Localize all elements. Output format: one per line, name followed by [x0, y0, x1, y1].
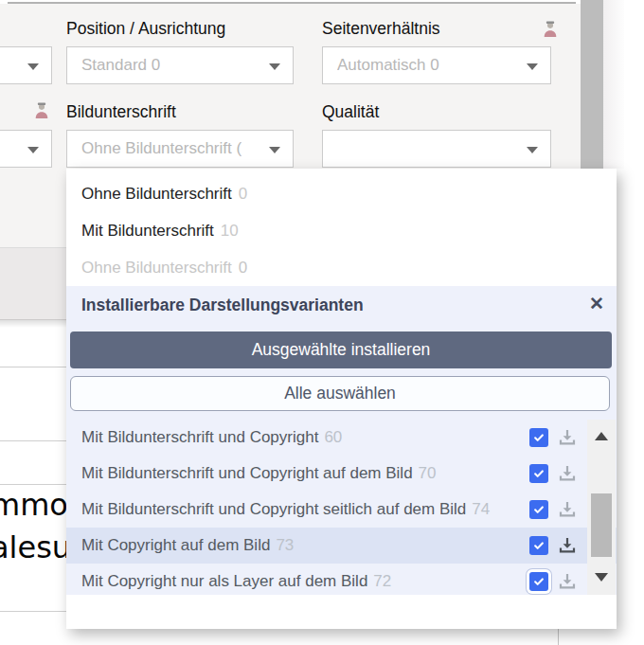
bildunterschrift-dropdown-panel: Ohne Bildunterschrift 0 Mit Bilduntersch…	[66, 169, 617, 629]
variant-count: 70	[419, 464, 437, 482]
bildunterschrift-select-value: Ohne Bildunterschrift (	[81, 139, 242, 158]
installer-section: Installierbare Darstellungsvarianten ✕ A…	[66, 286, 617, 595]
checkbox-checked[interactable]	[529, 428, 548, 447]
background-divider	[0, 484, 66, 485]
background-divider	[0, 611, 66, 612]
option-count: 0	[239, 185, 247, 204]
variant-label: Mit Copyright nur als Layer auf dem Bild	[81, 572, 367, 590]
option-label: Ohne Bildunterschrift	[81, 185, 232, 204]
select-all-button[interactable]: Alle auswählen	[70, 376, 610, 411]
background-text-fragment: mmo	[0, 487, 68, 523]
variant-row[interactable]: Mit Bildunterschrift und Copyright seitl…	[66, 492, 617, 528]
checkbox-checked[interactable]	[529, 536, 548, 555]
checkbox-checked[interactable]	[529, 464, 548, 483]
bildunterschrift-select[interactable]: Ohne Bildunterschrift (	[66, 130, 294, 168]
close-icon[interactable]: ✕	[589, 293, 604, 314]
variant-label: Mit Bildunterschrift und Copyright	[81, 428, 318, 446]
seitenverhaeltnis-select-value: Automatisch 0	[337, 56, 439, 75]
variant-list: Mit Bildunterschrift und Copyright60 Mit…	[66, 420, 617, 595]
download-icon[interactable]	[557, 427, 578, 448]
variant-row-highlighted[interactable]: Mit Copyright auf dem Bild73	[66, 528, 617, 564]
chevron-down-icon	[527, 147, 538, 153]
install-selected-button[interactable]: Ausgewählte installieren	[70, 331, 612, 368]
label-qualitaet: Qualität	[322, 102, 379, 122]
chevron-down-icon	[27, 147, 39, 153]
chevron-down-icon	[269, 147, 280, 153]
download-icon[interactable]	[557, 499, 578, 520]
option-count: 10	[221, 222, 239, 241]
truncated-select-left-2[interactable]	[0, 130, 52, 168]
download-icon[interactable]	[557, 571, 578, 592]
user-lock-icon	[542, 19, 559, 38]
page-right-margin	[603, 0, 624, 169]
checkbox-checked[interactable]	[529, 500, 548, 519]
dropdown-option[interactable]: Ohne Bildunterschrift 0	[66, 175, 617, 212]
option-count: 0	[239, 259, 247, 278]
select-all-label: Alle auswählen	[284, 384, 396, 403]
variant-row[interactable]: Mit Bildunterschrift und Copyright60	[66, 420, 617, 456]
variant-count: 73	[276, 536, 294, 554]
scroll-down-icon[interactable]	[595, 573, 608, 582]
variant-label: Mit Bildunterschrift und Copyright seitl…	[81, 500, 466, 518]
option-label: Ohne Bildunterschrift	[81, 259, 232, 278]
download-icon[interactable]	[557, 535, 578, 556]
page-scrollbar-track[interactable]	[581, 0, 603, 169]
checkbox-checked-focused[interactable]	[529, 572, 548, 591]
background-divider	[0, 440, 66, 441]
user-lock-icon	[33, 100, 50, 119]
scroll-up-icon[interactable]	[595, 432, 608, 440]
label-seitenverhaeltnis: Seitenverhältnis	[322, 19, 440, 39]
qualitaet-select[interactable]	[322, 130, 551, 168]
label-position-ausrichtung: Position / Ausrichtung	[66, 19, 225, 39]
chevron-down-icon	[27, 63, 39, 70]
variant-count: 74	[472, 500, 490, 518]
label-bildunterschrift: Bildunterschrift	[66, 102, 176, 122]
scrollbar-thumb[interactable]	[591, 493, 612, 557]
chevron-down-icon	[527, 63, 538, 70]
position-select-value: Standard 0	[81, 56, 160, 75]
truncated-select-left-1[interactable]	[0, 46, 52, 84]
install-selected-label: Ausgewählte installieren	[252, 340, 431, 360]
variant-row[interactable]: Mit Copyright nur als Layer auf dem Bild…	[66, 564, 617, 595]
background-divider	[0, 367, 66, 367]
dropdown-option[interactable]: Mit Bildunterschrift 10	[66, 212, 617, 249]
option-label: Mit Bildunterschrift	[81, 222, 214, 241]
seitenverhaeltnis-select[interactable]: Automatisch 0	[322, 46, 551, 84]
variant-count: 72	[373, 572, 391, 590]
download-icon[interactable]	[557, 463, 578, 484]
variant-label: Mit Bildunterschrift und Copyright auf d…	[81, 464, 413, 482]
chevron-down-icon	[269, 63, 280, 70]
position-select[interactable]: Standard 0	[66, 46, 294, 84]
variant-row[interactable]: Mit Bildunterschrift und Copyright auf d…	[66, 456, 617, 492]
variant-count: 60	[324, 428, 342, 446]
variant-label: Mit Copyright auf dem Bild	[81, 536, 270, 554]
installer-title: Installierbare Darstellungsvarianten	[81, 296, 364, 315]
dropdown-option-disabled: Ohne Bildunterschrift 0	[66, 249, 617, 286]
background-text-fragment: alesu	[0, 529, 71, 565]
background-vertical-line	[558, 629, 559, 645]
screenshot-root: mmo alesu Position / Ausrichtung Seitenv…	[0, 0, 644, 645]
list-scrollbar[interactable]	[587, 420, 616, 595]
